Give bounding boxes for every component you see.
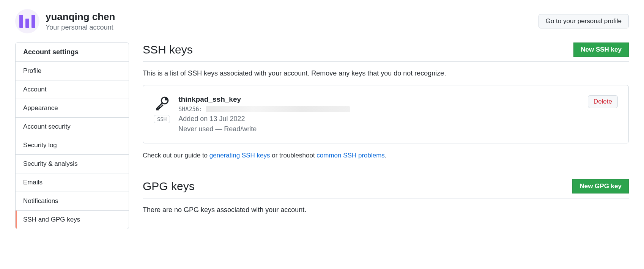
guide-mid: or troubleshoot [270,152,316,159]
fingerprint-prefix: SHA256: [178,106,202,113]
sidebar-item-security-log[interactable]: Security log [16,136,129,155]
gpg-section-header: GPG keys New GPG key [143,179,629,198]
ssh-badge: SSH [154,115,170,123]
ssh-guide-note: Check out our guide to generating SSH ke… [143,152,629,159]
sidebar-item-security-analysis[interactable]: Security & analysis [16,155,129,173]
svg-point-1 [165,99,167,100]
common-ssh-problems-link[interactable]: common SSH problems [316,152,385,159]
ssh-fingerprint: SHA256: [178,106,350,113]
ssh-section-header: SSH keys New SSH key [143,42,629,62]
page-header: yuanqing chen Your personal account Go t… [15,9,629,33]
sidebar-item-profile[interactable]: Profile [16,62,129,80]
key-icon [154,95,170,111]
username: yuanqing chen [46,11,115,23]
generating-ssh-keys-link[interactable]: generating SSH keys [209,152,270,159]
sidebar-item-ssh-gpg-keys[interactable]: SSH and GPG keys [16,211,129,229]
account-subtitle: Your personal account [46,24,115,31]
ssh-description: This is a list of SSH keys associated wi… [143,69,629,77]
delete-ssh-key-button[interactable]: Delete [588,95,618,108]
header-left: yuanqing chen Your personal account [15,9,115,33]
ssh-key-name: thinkpad_ssh_key [178,95,350,104]
ssh-keys-title: SSH keys [143,43,193,56]
main-content: SSH keys New SSH key This is a list of S… [143,42,629,229]
sidebar: Account settings Profile Account Appeara… [15,42,129,229]
sidebar-item-account-security[interactable]: Account security [16,118,129,136]
ssh-key-usage: Never used — Read/write [178,125,350,133]
gpg-empty-text: There are no GPG keys associated with yo… [143,206,629,214]
goto-profile-button[interactable]: Go to your personal profile [539,14,629,28]
sidebar-item-emails[interactable]: Emails [16,173,129,192]
sidebar-item-account[interactable]: Account [16,80,129,99]
new-ssh-key-button[interactable]: New SSH key [573,42,629,57]
fingerprint-redacted [206,106,350,112]
ssh-key-added: Added on 13 Jul 2022 [178,115,350,123]
guide-prefix: Check out our guide to [143,152,209,159]
ssh-key-row: SSH thinkpad_ssh_key SHA256: Added on 13… [143,85,629,143]
guide-suffix: . [385,152,387,159]
new-gpg-key-button[interactable]: New GPG key [572,179,629,193]
sidebar-item-appearance[interactable]: Appearance [16,99,129,118]
avatar [15,9,39,33]
sidebar-heading: Account settings [16,43,129,62]
sidebar-item-notifications[interactable]: Notifications [16,192,129,211]
gpg-keys-title: GPG keys [143,180,195,193]
